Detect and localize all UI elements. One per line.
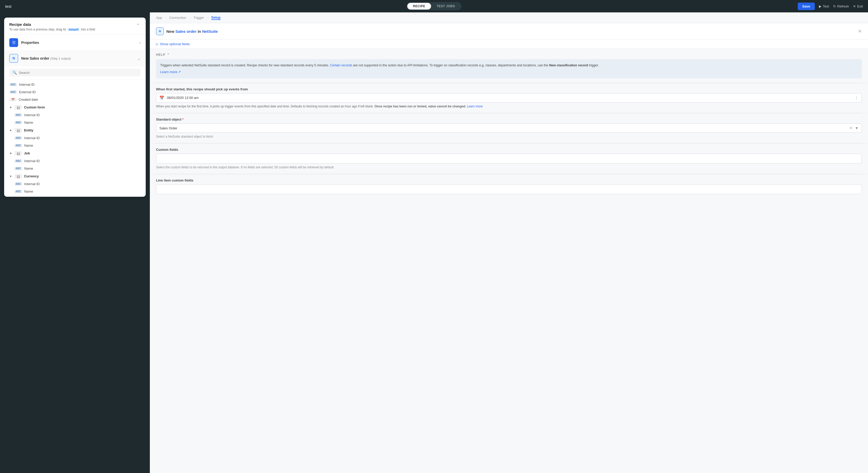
help-box: Triggers when selected NetSuite standard… bbox=[156, 59, 862, 78]
custom-fields-label: Custom fields bbox=[156, 148, 862, 151]
group-job[interactable]: ▼ Job bbox=[4, 149, 146, 157]
standard-object-value: Sales Order bbox=[159, 126, 177, 130]
properties-row[interactable]: ☰ Properties › bbox=[4, 35, 146, 51]
tab-test-jobs[interactable]: TEST JOBS bbox=[431, 3, 461, 9]
breadcrumb-arrow: → bbox=[206, 16, 209, 20]
top-bar: test RECIPE TEST JOBS Save ▶ Test ↻ Refr… bbox=[0, 0, 868, 12]
item-label: Internal ID bbox=[19, 82, 35, 87]
list-item[interactable]: 📅 Created date bbox=[4, 96, 146, 103]
list-item[interactable]: ABC Internal ID bbox=[4, 180, 146, 188]
setup-title-text: New Sales order in NetSuite bbox=[166, 29, 218, 34]
chevron-right-icon: › bbox=[139, 40, 141, 45]
type-badge-date: 📅 bbox=[9, 98, 17, 101]
netsuite-icon: N bbox=[156, 27, 164, 35]
item-label: Name bbox=[24, 167, 33, 170]
select-actions: ✕ ▼ bbox=[849, 126, 859, 130]
close-icon: ✕ bbox=[853, 4, 856, 8]
sales-order-link[interactable]: Sales order bbox=[176, 29, 196, 34]
breadcrumb-app[interactable]: App bbox=[156, 16, 162, 20]
breadcrumb-arrow: → bbox=[164, 16, 167, 20]
group-custom-form[interactable]: ▼ Custom form bbox=[4, 103, 146, 111]
learn-more-date-link[interactable]: Learn more bbox=[467, 105, 483, 108]
custom-fields-input[interactable] bbox=[156, 154, 862, 163]
recipe-data-info: Recipe data To use data from a previous … bbox=[9, 22, 95, 31]
breadcrumb: App → Connection → Trigger → Setup bbox=[150, 12, 868, 23]
grid-icon bbox=[15, 128, 22, 132]
expand-arrow-icon: ▼ bbox=[9, 175, 12, 178]
show-optional-fields-button[interactable]: ▷ Show optional fields bbox=[156, 42, 190, 46]
line-item-input[interactable] bbox=[156, 184, 862, 194]
search-input[interactable] bbox=[19, 71, 137, 75]
type-badge-abc: ABC bbox=[14, 121, 22, 124]
list-item[interactable]: ABC Internal ID bbox=[4, 111, 146, 119]
collapse-button[interactable]: ⌃ bbox=[135, 22, 141, 29]
expand-arrow-icon: ▼ bbox=[9, 152, 12, 155]
clear-select-button[interactable]: ✕ bbox=[849, 126, 853, 130]
first-started-label: When first started, this recipe should p… bbox=[156, 87, 862, 91]
test-button[interactable]: ▶ Test bbox=[819, 4, 829, 8]
setup-header: N New Sales order in NetSuite ✕ bbox=[150, 23, 868, 39]
line-item-label: Line item custom fields bbox=[156, 178, 862, 182]
grid-button[interactable]: ⋮ bbox=[855, 96, 859, 100]
breadcrumb-setup[interactable]: Setup bbox=[211, 15, 221, 20]
group-currency[interactable]: ▼ Currency bbox=[4, 172, 146, 180]
grid-icon bbox=[15, 105, 22, 109]
list-item[interactable]: ABC Internal ID bbox=[4, 134, 146, 142]
grid-icon bbox=[15, 174, 22, 178]
item-label: Internal ID bbox=[24, 136, 40, 140]
type-badge-abc: ABC bbox=[14, 136, 22, 140]
recipe-data-title: Recipe data bbox=[9, 22, 95, 27]
learn-more-link[interactable]: Learn more ↗ bbox=[160, 69, 181, 75]
step-info: New Sales order (Step 1 output) bbox=[21, 56, 71, 60]
breadcrumb-arrow: → bbox=[188, 16, 191, 20]
standard-object-description: Select a NetSuite standard object to fet… bbox=[156, 134, 862, 139]
external-link-icon: ↗ bbox=[178, 69, 181, 75]
exit-button[interactable]: ✕ Exit bbox=[853, 4, 863, 8]
bold-classification: New classification record bbox=[549, 64, 588, 67]
list-item[interactable]: ABC Name bbox=[4, 119, 146, 126]
step-label: New Sales order bbox=[21, 56, 49, 60]
save-button[interactable]: Save bbox=[798, 3, 815, 10]
subtitle-pre: To use data from a previous step, drag i… bbox=[9, 28, 66, 31]
breadcrumb-connection[interactable]: Connection bbox=[169, 16, 186, 20]
refresh-button[interactable]: ↻ Refresh bbox=[833, 4, 849, 8]
list-item[interactable]: ABC Internal ID bbox=[4, 157, 146, 165]
test-icon: ▶ bbox=[819, 4, 822, 8]
date-input[interactable]: 📅 08/01/2020 12:00 am ⋮ bbox=[156, 93, 862, 102]
type-badge-abc: ABC bbox=[14, 159, 22, 163]
certain-records-link[interactable]: Certain records bbox=[330, 64, 352, 67]
item-label: Internal ID bbox=[24, 113, 40, 117]
chevron-up-icon: ⌃ bbox=[167, 53, 170, 57]
calendar-icon: 📅 bbox=[159, 96, 164, 100]
list-item[interactable]: ABC Name bbox=[4, 188, 146, 195]
group-label: Currency bbox=[24, 174, 39, 178]
standard-object-section: Standard object * Sales Order ✕ ▼ Select… bbox=[150, 113, 868, 143]
netsuite-step-icon: N bbox=[9, 54, 18, 63]
netsuite-link[interactable]: NetSuite bbox=[202, 29, 218, 34]
list-item[interactable]: ABC Name bbox=[4, 142, 146, 149]
recipe-data-header: Recipe data To use data from a previous … bbox=[4, 18, 146, 35]
required-star: * bbox=[182, 117, 183, 121]
type-badge-abc: ABC bbox=[14, 144, 22, 147]
properties-left: ☰ Properties bbox=[9, 38, 39, 47]
item-label: Created date bbox=[19, 98, 38, 101]
breadcrumb-trigger[interactable]: Trigger bbox=[193, 16, 204, 20]
group-label: Entity bbox=[24, 128, 33, 132]
list-item[interactable]: ABC Name bbox=[4, 165, 146, 172]
setup-panel: N New Sales order in NetSuite ✕ ▷ Show o… bbox=[150, 23, 868, 473]
data-tree: ABC Internal ID ABC External ID 📅 Create… bbox=[4, 79, 146, 197]
top-bar-actions: Save ▶ Test ↻ Refresh ✕ Exit bbox=[798, 3, 863, 10]
item-label: External ID bbox=[19, 90, 36, 94]
close-setup-button[interactable]: ✕ bbox=[858, 28, 862, 34]
datapill-label: datapill bbox=[67, 28, 80, 31]
step-left: N New Sales order (Step 1 output) bbox=[9, 54, 71, 63]
help-header[interactable]: HELP ⌃ bbox=[156, 53, 862, 57]
list-item[interactable]: ABC Internal ID bbox=[4, 81, 146, 88]
standard-object-select[interactable]: Sales Order ✕ ▼ bbox=[156, 124, 862, 133]
item-label: Name bbox=[24, 121, 33, 125]
group-entity[interactable]: ▼ Entity bbox=[4, 126, 146, 134]
list-item[interactable]: ABC External ID bbox=[4, 88, 146, 96]
type-badge-abc: ABC bbox=[14, 167, 22, 170]
tab-recipe[interactable]: RECIPE bbox=[407, 3, 431, 9]
setup-title: N New Sales order in NetSuite bbox=[156, 27, 218, 35]
